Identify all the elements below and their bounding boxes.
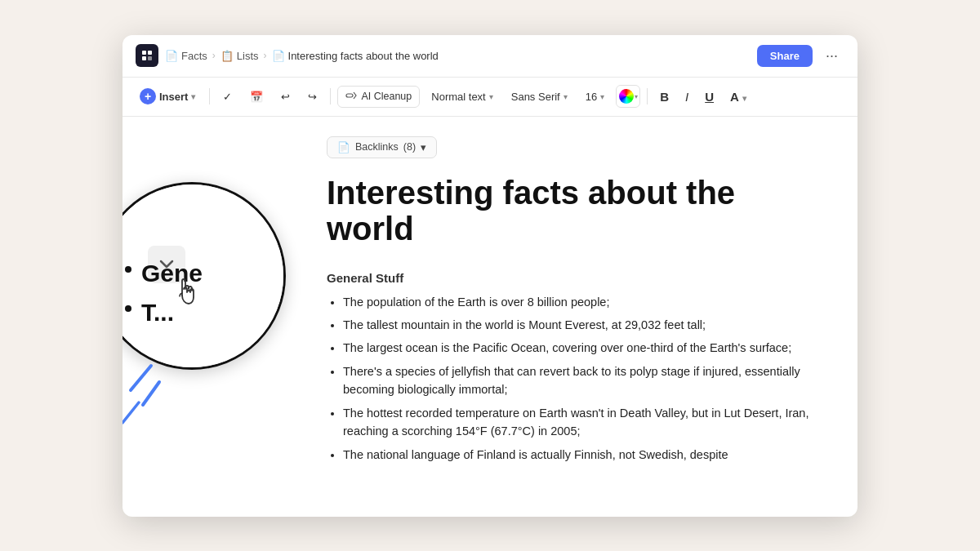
backlinks-bar: 📄 Backlinks (8) ▾ — [327, 136, 818, 158]
bold-button[interactable]: B — [654, 86, 675, 108]
highlight-caret-icon: ▾ — [742, 94, 746, 103]
app-logo — [136, 44, 158, 67]
insert-caret-icon: ▾ — [191, 92, 195, 101]
list-item: The population of the Earth is over 8 bi… — [343, 293, 818, 311]
top-bar-actions: Share ··· — [757, 44, 844, 68]
size-caret-icon: ▾ — [600, 92, 604, 101]
breadcrumb-facts[interactable]: 📄 Facts — [165, 50, 207, 62]
backlinks-label: Backlinks — [355, 141, 399, 153]
toolbar: + Insert ▾ ✓ 📅 ↩ ↪ AI Cleanup — [122, 78, 858, 117]
font-size-dropdown[interactable]: 16 ▾ — [579, 87, 611, 107]
redo-icon: ↪ — [308, 91, 317, 103]
magnifier-overlay: Gene T... — [122, 182, 286, 370]
normal-text-caret-icon: ▾ — [489, 92, 493, 101]
svg-rect-3 — [148, 56, 152, 60]
bullet-2 — [125, 305, 131, 312]
undo-icon: ↩ — [281, 91, 290, 103]
bold-icon: B — [660, 90, 669, 104]
list-item: The largest ocean is the Pacific Ocean, … — [343, 339, 818, 357]
check-button[interactable]: ✓ — [216, 87, 238, 107]
svg-line-7 — [122, 402, 139, 423]
document-content: 📄 Backlinks (8) ▾ Interesting facts abou… — [327, 136, 818, 464]
breadcrumb-lists[interactable]: 📋 Lists — [220, 50, 259, 62]
ai-cleanup-label: AI Cleanup — [361, 91, 412, 102]
top-bar: 📄 Facts › 📋 Lists › 📄 Interesting facts … — [122, 35, 858, 78]
svg-rect-1 — [148, 51, 152, 55]
breadcrumb-sep-1: › — [212, 50, 216, 61]
calendar-button[interactable]: 📅 — [243, 87, 270, 107]
backlinks-doc-icon: 📄 — [337, 141, 350, 153]
font-caret-icon: ▾ — [564, 92, 568, 101]
check-icon: ✓ — [223, 91, 232, 103]
calendar-icon: 📅 — [250, 91, 263, 103]
font-label: Sans Serif — [511, 91, 560, 103]
list-item: The national language of Finland is actu… — [343, 446, 818, 464]
undo-button[interactable]: ↩ — [274, 87, 296, 107]
italic-button[interactable]: I — [679, 86, 694, 108]
facts-list: The population of the Earth is over 8 bi… — [327, 293, 818, 464]
svg-rect-2 — [142, 56, 146, 60]
underline-button[interactable]: U — [699, 86, 719, 108]
svg-line-6 — [143, 382, 159, 405]
cursor-hand-icon — [172, 273, 202, 311]
font-size-value: 16 — [586, 91, 597, 103]
svg-rect-0 — [142, 51, 146, 55]
normal-text-label: Normal text — [431, 91, 485, 103]
lists-page-icon: 📋 — [220, 50, 234, 62]
color-caret-icon: ▾ — [635, 93, 638, 100]
highlight-button[interactable]: A ▾ — [724, 86, 751, 108]
bullet-1 — [125, 266, 131, 273]
breadcrumb-current-page[interactable]: 📄 Interesting facts about the world — [272, 50, 439, 62]
app-window: 📄 Facts › 📋 Lists › 📄 Interesting facts … — [122, 35, 858, 517]
current-page-icon: 📄 — [272, 50, 285, 62]
breadcrumb-sep-2: › — [264, 50, 267, 61]
italic-icon: I — [685, 90, 688, 104]
toolbar-divider-1 — [209, 88, 210, 104]
content-area: Gene T... — [122, 117, 858, 517]
ai-cleanup-icon — [345, 90, 357, 104]
underline-icon: U — [705, 90, 714, 104]
section-heading: General Stuff — [327, 271, 818, 285]
svg-rect-4 — [346, 94, 353, 97]
list-item: The hottest recorded temperature on Eart… — [343, 404, 818, 441]
backlinks-caret-icon: ▾ — [421, 141, 426, 153]
toolbar-divider-2 — [330, 88, 331, 104]
color-circle-icon — [619, 89, 634, 104]
facts-page-icon: 📄 — [165, 50, 178, 62]
magnified-text-t: T... — [141, 299, 174, 327]
insert-plus-icon: + — [140, 88, 156, 104]
document-title: Interesting facts about the world — [327, 175, 818, 247]
ai-cleanup-button[interactable]: AI Cleanup — [337, 86, 420, 108]
normal-text-dropdown[interactable]: Normal text ▾ — [425, 87, 499, 107]
svg-line-5 — [131, 366, 151, 390]
list-item: The tallest mountain in the world is Mou… — [343, 316, 818, 334]
font-dropdown[interactable]: Sans Serif ▾ — [505, 87, 574, 107]
breadcrumb: 📄 Facts › 📋 Lists › 📄 Interesting facts … — [165, 50, 751, 62]
backlinks-count: (8) — [403, 141, 416, 153]
insert-label: Insert — [159, 91, 188, 103]
more-options-button[interactable]: ··· — [819, 44, 844, 68]
toolbar-divider-3 — [647, 88, 648, 104]
bullet-3 — [125, 343, 131, 349]
redo-button[interactable]: ↪ — [301, 87, 323, 107]
list-item: There's a species of jellyfish that can … — [343, 362, 818, 399]
decorative-lines — [122, 358, 172, 442]
color-picker-button[interactable]: ▾ — [616, 85, 640, 108]
backlinks-button[interactable]: 📄 Backlinks (8) ▾ — [327, 136, 437, 158]
share-button[interactable]: Share — [757, 45, 813, 67]
highlight-icon: A — [730, 90, 738, 104]
insert-button[interactable]: + Insert ▾ — [132, 84, 203, 109]
title-row: Interesting facts about the world — [327, 175, 818, 260]
